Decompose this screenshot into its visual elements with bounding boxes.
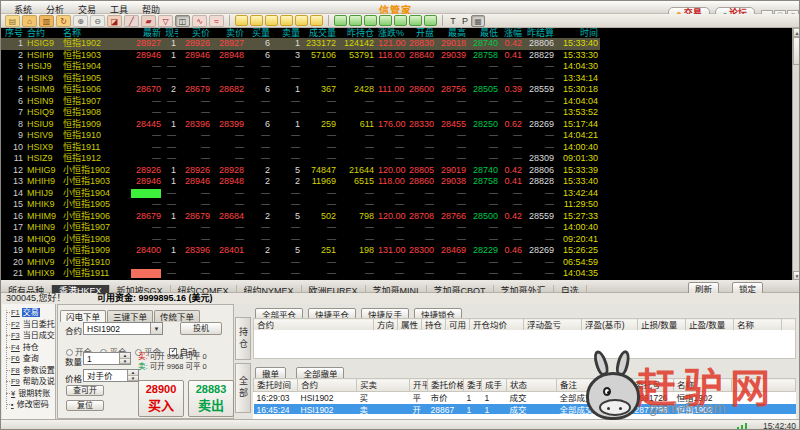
letter-toggle-button[interactable]: P [459,15,471,27]
scroll-up-arrow-icon[interactable]: ▲ [793,28,800,37]
quote-column-header: 名称 [61,28,125,38]
chevron-down-icon[interactable]: ▼ [150,323,162,334]
小恒指1910[interactable]: 20 MHIV9 小恒指1910 — — — — — — — — — — — [1,257,600,269]
kline-toggle-icon[interactable]: ◫ [175,15,190,27]
watermark-site-url: ganlv5.com [649,399,726,416]
orders-vertical-tab[interactable]: 全部 [235,363,251,413]
green-period-button-1[interactable] [334,15,347,26]
green-period-button-6[interactable] [409,15,422,26]
sidebar-item[interactable]: F8参数设置 [2,365,55,377]
orders-column-header: 状态 [507,379,557,392]
speculate-button[interactable]: 投机 [180,322,222,335]
yellow-period-button-3[interactable] [265,15,278,26]
sidebar-item[interactable]: ▪修改密码 [2,399,55,411]
小恒指1911[interactable]: 21 MHIX9 小恒指1911 — — — — — — — — — — [1,268,600,280]
brush-icon[interactable]: ▰ [141,15,156,27]
sidebar-item[interactable]: ¥银期转账 [2,388,55,400]
toolbar-separator [442,15,443,26]
yellow-period-button-2[interactable] [250,15,263,26]
恒指1903[interactable]: 2 HSIH9 恒指1903 28946 1 28946 28948 6 3 5… [1,50,600,62]
恒指1912[interactable]: 11 HSIZ9 恒指1912 — — — — — — — — — — — [1,153,600,165]
stepper-arrows[interactable]: ▲▼ [119,353,130,364]
小恒指1907[interactable]: 17 MHIN9 小恒指1907 — — — — — — — — — — — [1,222,600,234]
sidebar-item[interactable]: F4持仓 [2,342,55,354]
sidebar-item[interactable]: F6查询 [2,353,55,365]
sidebar-item-label: 查询 [22,354,40,363]
恒指1909[interactable]: 8 HSIU9 恒指1909 28445 1 28396 28399 6 1 2… [1,119,600,131]
green-period-button-4[interactable] [379,15,392,26]
order-form-tab[interactable]: 传统下单 [154,310,200,322]
multiline-icon[interactable]: ≈ [209,15,224,27]
positions-vertical-tab[interactable]: 持仓 [235,317,251,360]
quote-scrollbar[interactable]: ▲ ▼ [792,28,800,280]
order-form-tab[interactable]: 三键下单 [107,310,153,322]
sidebar-item-label: 交易 [22,308,40,317]
恒指1905[interactable]: 4 HSIK9 恒指1905 — — — — — — — — — — — [1,73,600,85]
buy-button[interactable]: 28900 买入 [138,380,184,417]
小恒指1904[interactable]: 14 MHIJ9 小恒指1904 — — — — — — — — — — [1,188,600,200]
sidebar-item-label: 银期转账 [17,389,51,398]
open-icon[interactable]: ▤ [5,15,20,27]
zoom-in-icon[interactable]: ⊕ [73,15,88,27]
price-stepper-arrows[interactable]: ▲▼ [127,370,138,381]
status-bar: 15:42:40 [1,419,800,430]
sidebar-item[interactable]: F9帮助及说明 [2,376,55,388]
sidebar-item-label: 帮助及说明 [22,377,55,386]
yellow-period-button-6[interactable] [310,15,323,26]
scroll-down-arrow-icon[interactable]: ▼ [793,271,800,280]
恒指1907[interactable]: 6 HSIN9 恒指1907 — — — — — — — — — — — [1,96,600,108]
green-period-button-7[interactable] [424,15,437,26]
小恒指1906[interactable]: 16 MHIM9 小恒指1906 28679 1 28679 28684 2 5… [1,211,600,223]
sell-button[interactable]: 28883 卖出 [188,380,234,417]
yellow-period-button-1[interactable] [235,15,248,26]
小恒指1903[interactable]: 13 MHIH9 小恒指1903 28946 1 28946 28948 2 2… [1,176,600,188]
小恒指1902[interactable]: 12 MHIG9 小恒指1902 28926 1 28926 28928 2 5… [1,165,600,177]
sidebar-item[interactable]: F2当日委托 [2,319,55,331]
sidebar-item[interactable]: F1交易 [2,307,55,319]
check-available-button[interactable]: 查可开 [66,385,104,396]
quote-column-header: 最新 [125,28,163,38]
zoom-out-icon[interactable]: ⊖ [90,15,105,27]
refresh-icon[interactable]: ↻ [56,15,71,27]
恒指1904[interactable]: 3 HSIJ9 恒指1904 — — — — — — — — — — — [1,61,600,73]
contract-select[interactable]: HSI1902▼ [83,322,163,335]
quote-column-header: 现手 [163,28,178,38]
sidebar-item[interactable]: F3当日成交 [2,330,55,342]
yellow-period-button-5[interactable] [295,15,308,26]
reset-button[interactable]: 复位 [66,400,104,411]
小恒指1905[interactable]: 15 MHIK9 小恒指1905 — — — — — — — — — — — [1,199,600,211]
green-period-button-5[interactable] [394,15,407,26]
sidebar-item-label: 持仓 [22,343,40,352]
home-icon[interactable]: ⌂ [22,15,37,27]
scrollbar-thumb[interactable] [793,37,800,65]
恒指1911[interactable]: 10 HSIX9 恒指1911 — — — — — — — — — — — [1,142,600,154]
green-period-button-3[interactable] [364,15,377,26]
account-row: 300045,您好！ 可用资金: 9999895.16 (美元) [1,293,800,304]
pen-icon[interactable]: ╱ [124,15,139,27]
恒指1902[interactable]: 1 HSIG9 恒指1902 28927 1 28926 28927 6 1 2… [1,38,600,50]
quote-header-row: 序号合约名称最新现手买价卖价买量卖量成交量昨持仓涨跌%开盘最高最低涨幅昨结算时间 [1,28,600,38]
trendline-icon[interactable]: ∿ [192,15,207,27]
quote-column-header: 昨持仓 [338,28,376,38]
恒指1906[interactable]: 5 HSIM9 恒指1906 28670 2 28679 28682 6 1 3… [1,84,600,96]
connection-signal-icon [737,423,749,430]
letter-toggle-button[interactable]: T [447,15,459,27]
quantity-stepper[interactable]: 1▲▼ [83,352,131,365]
恒指1910[interactable]: 9 HSIV9 恒指1910 — — — — — — — — — — — [1,130,600,142]
price-type-select[interactable]: 对手价▲▼ [83,369,139,382]
order-form-tab[interactable]: 闪电下单 [60,310,106,322]
quote-column-header: 卖量 [272,28,302,38]
green-period-button-2[interactable] [349,15,362,26]
quantity-label: 数量 [65,355,82,367]
sidebar-item-key: F2 [11,320,20,329]
小恒指1908[interactable]: 18 MHIQ9 小恒指1908 — — — — — — — — — — — [1,234,600,246]
funnel-icon[interactable]: ▽ [158,15,173,27]
chart-icon[interactable]: ◪ [107,15,122,27]
quote-column-header: 昨结算 [524,28,556,38]
orders-column-header: 委托时间 [254,379,298,392]
layers-icon[interactable]: ▥ [39,15,54,27]
pressed-toggle-button[interactable]: ▦ [471,15,485,27]
小恒指1909[interactable]: 19 MHIU9 小恒指1909 28400 1 28396 28401 2 5… [1,245,600,257]
yellow-period-button-4[interactable] [280,15,293,26]
恒指1908[interactable]: 7 HSIQ9 恒指1908 — — — — — — — — — — — [1,107,600,119]
